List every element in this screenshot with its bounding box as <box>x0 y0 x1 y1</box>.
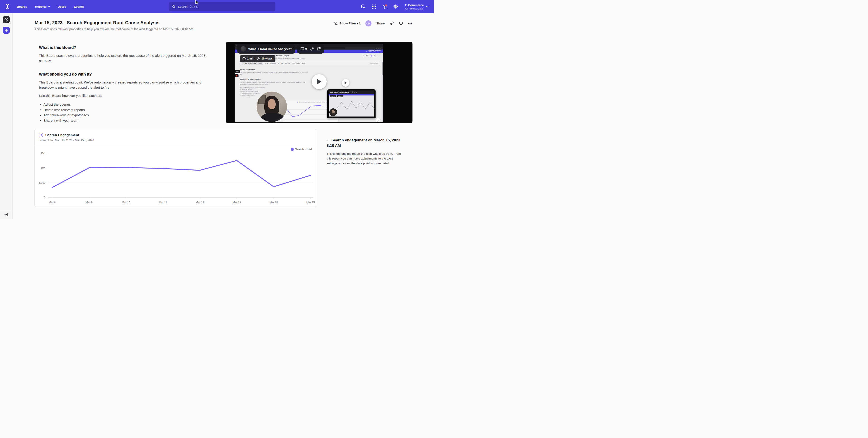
chevron-down-icon <box>48 6 50 7</box>
recorded-paragraph: This Board is a starting point. We've au… <box>240 81 308 85</box>
pip-chart <box>337 100 374 113</box>
help-icon[interactable]: ? <box>382 4 388 9</box>
line-chart: 05,00010K15KMar 8Mar 9Mar 10Mar 11Mar 12… <box>36 146 315 206</box>
expand-sidebar-button[interactable] <box>0 210 12 219</box>
board-header: Mar 15, 2023 - Search Engagement Root Ca… <box>35 20 412 31</box>
svg-text:Mar 11: Mar 11 <box>159 201 167 204</box>
presenter-face <box>268 99 276 109</box>
list-item: Delete less relevant reports <box>39 107 211 113</box>
svg-text:?: ? <box>384 6 385 8</box>
chart-area: Search - Total 05,00010K15KMar 8Mar 9Mar… <box>35 145 317 207</box>
video-open-external-button[interactable] <box>317 47 321 51</box>
svg-text:Mar 12: Mar 12 <box>196 201 204 204</box>
recorded-filter: Filter <box>302 63 305 64</box>
nav-item-label: Reports <box>35 5 46 8</box>
nav-item-label: Events <box>74 5 84 8</box>
copy-link-button[interactable] <box>390 21 394 26</box>
search-input[interactable]: Search ⌘ + K <box>169 2 275 11</box>
expand-right-icon <box>4 213 8 216</box>
pip-play-button[interactable] <box>342 79 349 87</box>
more-options-button[interactable]: ••• <box>408 22 412 25</box>
chevron-down-icon <box>426 6 429 7</box>
link-icon <box>377 120 379 122</box>
top-nav: Boards Reports Users Events Search ⌘ + K <box>0 0 434 13</box>
video-title-pill: What is Root Cause Analysis? <box>238 44 296 54</box>
comment-icon <box>300 47 304 51</box>
mixpanel-board-page: Boards Reports Users Events Search ⌘ + K <box>0 0 434 219</box>
show-filter-label: Show Filter • 1 <box>340 22 361 25</box>
nav-item-reports[interactable]: Reports <box>35 5 50 8</box>
show-filter-button[interactable]: Show Filter • 1 <box>334 22 361 26</box>
pip-icons: ▭ 0 ∞ ⧉ <box>351 91 356 93</box>
recorded-list-item: Adjust the queries <box>240 89 308 90</box>
list-item: Share it with your team <box>39 118 211 123</box>
search-icon <box>172 5 176 8</box>
explore-board-button[interactable] <box>3 16 10 23</box>
record-dot-icon <box>236 75 238 76</box>
aside-heading-link[interactable]: ← Search engagement on March 15, 2023 8:… <box>327 137 403 148</box>
nav-item-users[interactable]: Users <box>58 5 66 8</box>
video-comments-button[interactable]: 0 <box>300 47 307 51</box>
svg-text:5,000: 5,000 <box>39 181 45 184</box>
traffic-dot <box>236 45 237 45</box>
pip-views: ◉ 1 view <box>337 95 343 97</box>
share-button[interactable]: Share <box>376 22 385 25</box>
recorded-more: ⋯ <box>378 55 380 57</box>
report-title: Search Engagement <box>45 133 79 137</box>
video-actions-pill: 0 <box>297 44 324 54</box>
svg-text:Mar 14: Mar 14 <box>270 201 278 204</box>
filter-plus-icon <box>334 22 338 26</box>
project-switcher[interactable]: E-Commerce All Project Data <box>405 3 429 10</box>
svg-text:Mar 10: Mar 10 <box>122 201 130 204</box>
svg-text:Mar 13: Mar 13 <box>232 201 241 204</box>
intro-para-3: Use this Board however you like, such as… <box>39 93 211 98</box>
legend-swatch <box>297 102 298 102</box>
report-card-header: Search Engagement Linear, total, Mar 8th… <box>35 129 317 145</box>
apps-grid-icon[interactable] <box>371 4 376 9</box>
report-subtitle: Linear, total, Mar 8th, 2020 - Mar 15th,… <box>39 139 313 142</box>
recorded-range: 12M <box>292 63 295 64</box>
svg-text:Mar 9: Mar 9 <box>86 201 93 204</box>
nav-item-boards[interactable]: Boards <box>17 5 27 8</box>
recorded-scrollbar <box>382 62 383 122</box>
nav-links: Boards Reports Users Events <box>17 5 84 8</box>
clock-icon <box>242 57 246 60</box>
ext-dot <box>380 48 381 48</box>
svg-text:15K: 15K <box>41 151 45 155</box>
presenter-webcam <box>257 92 287 122</box>
play-icon <box>344 81 347 85</box>
nav-item-label: Boards <box>17 5 27 8</box>
main-content: Mar 15, 2023 - Search Engagement Root Ca… <box>13 13 434 219</box>
recorded-range: 6M <box>288 63 290 64</box>
mixpanel-logo-icon[interactable] <box>4 3 11 10</box>
recording-widget: 0:02 <box>235 70 240 77</box>
mini-project-switcher: Mixpanel (project 3) All Project Data <box>369 50 381 53</box>
pip-title: What is Root Cause Analysis? <box>330 92 349 93</box>
video-player[interactable]: Mixpanel (project 3) All Project Data Se… <box>226 42 412 123</box>
recorded-avatar <box>371 55 372 57</box>
comment-count: 0 <box>305 47 307 50</box>
report-card[interactable]: Search Engagement Linear, total, Mar 8th… <box>34 129 317 207</box>
svg-text:10K: 10K <box>41 166 45 169</box>
settings-gear-icon[interactable] <box>393 4 398 9</box>
line-chart-icon <box>39 133 43 137</box>
compass-icon <box>4 18 8 22</box>
favorite-button[interactable] <box>399 21 403 26</box>
intro-para-1: This Board uses relevant properties to h… <box>39 53 211 63</box>
recorded-range: 3M <box>285 63 287 64</box>
stop-recording-button <box>235 74 239 77</box>
recorded-heading: What is this Board? <box>240 69 380 70</box>
page-subtitle: This Board uses relevant properties to h… <box>35 27 193 31</box>
link-icon <box>390 21 394 26</box>
intro-heading-1: What is this Board? <box>39 45 211 50</box>
add-button[interactable] <box>3 27 10 34</box>
video-copy-link-button[interactable] <box>310 47 314 51</box>
avatar[interactable]: CM <box>365 20 371 27</box>
play-button[interactable] <box>312 74 327 89</box>
nav-item-events[interactable]: Events <box>74 5 84 8</box>
picture-in-picture-video: What is Root Cause Analysis? ▭ 0 ∞ ⧉ ◷ 1… <box>327 89 376 118</box>
plus-icon <box>4 29 8 32</box>
aside-note: ← Search engagement on March 15, 2023 8:… <box>327 129 403 166</box>
data-management-icon[interactable] <box>361 4 366 9</box>
left-rail <box>0 13 13 219</box>
